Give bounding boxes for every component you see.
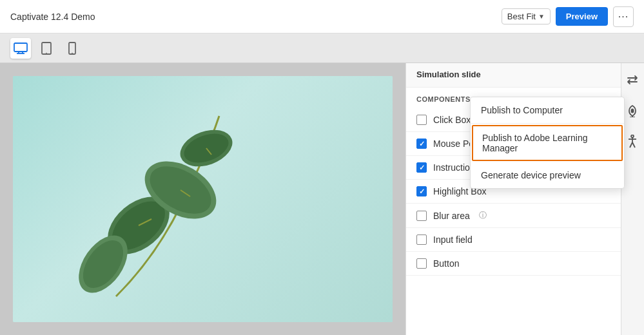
chevron-down-icon: ▼: [538, 13, 545, 20]
input-field-label: Input field: [433, 235, 473, 245]
svg-point-5: [46, 52, 47, 53]
list-item[interactable]: Input field: [406, 228, 621, 252]
svg-line-26: [632, 142, 635, 148]
simulation-icon[interactable]: [622, 70, 643, 90]
dropdown-menu: Publish to Computer Publish to Adobe Lea…: [470, 97, 625, 189]
list-item[interactable]: Button: [406, 252, 621, 276]
top-bar-right: Best Fit ▼ Preview ···: [502, 6, 634, 27]
right-container: Simulation slide COMPONENTS Click Box Mo…: [405, 63, 644, 335]
svg-rect-6: [69, 43, 75, 54]
button-label: Button: [433, 258, 459, 269]
svg-rect-4: [42, 43, 51, 54]
svg-point-7: [72, 52, 73, 53]
canvas-area: [0, 63, 405, 335]
generate-preview-item[interactable]: Generate device preview: [471, 162, 624, 188]
panel-title: Simulation slide: [416, 70, 610, 79]
blur-area-label: Blur area: [433, 211, 470, 221]
list-item[interactable]: Blur area ⓘ: [406, 204, 621, 228]
svg-point-22: [631, 135, 634, 138]
svg-rect-0: [14, 43, 27, 52]
accessibility-icon[interactable]: [622, 131, 643, 152]
panel-header: Simulation slide: [406, 63, 621, 88]
device-desktop[interactable]: [10, 38, 31, 59]
audio-icon[interactable]: [622, 100, 643, 121]
device-tablet[interactable]: [36, 38, 57, 59]
main-layout: Simulation slide COMPONENTS Click Box Mo…: [0, 63, 644, 335]
button-checkbox[interactable]: [416, 258, 427, 269]
fit-label: Best Fit: [507, 12, 536, 21]
svg-point-21: [631, 109, 634, 113]
svg-line-25: [630, 142, 632, 148]
slide-canvas: [13, 76, 393, 322]
app-title: Captivate 12.4 Demo: [10, 12, 95, 22]
device-phone[interactable]: [62, 38, 83, 59]
publish-alm-item[interactable]: Publish to Adobe Learning Manager: [472, 125, 623, 161]
blur-area-info-icon[interactable]: ⓘ: [479, 210, 487, 221]
more-options-button[interactable]: ···: [613, 6, 634, 27]
publish-computer-item[interactable]: Publish to Computer: [471, 97, 624, 124]
fit-dropdown[interactable]: Best Fit ▼: [502, 8, 551, 24]
top-bar: Captivate 12.4 Demo Best Fit ▼ Preview ·…: [0, 0, 644, 34]
instructions-checkbox[interactable]: [416, 162, 427, 173]
leaf-visual: [13, 76, 393, 322]
device-bar: [0, 34, 644, 63]
highlight-box-checkbox[interactable]: [416, 186, 427, 196]
preview-button[interactable]: Preview: [556, 7, 608, 26]
blur-area-checkbox[interactable]: [416, 211, 427, 221]
input-field-checkbox[interactable]: [416, 235, 427, 245]
leaf-decoration: [39, 77, 284, 309]
mouse-pointer-checkbox[interactable]: [416, 139, 427, 149]
click-box-checkbox[interactable]: [416, 115, 427, 125]
click-box-label: Click Box: [433, 115, 471, 125]
